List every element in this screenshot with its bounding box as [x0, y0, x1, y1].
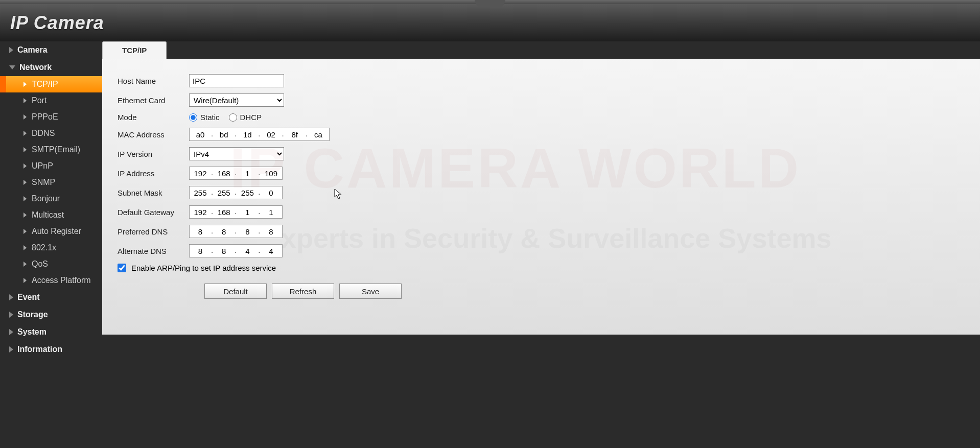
sidebar-item-label: Access Platform	[32, 276, 91, 285]
sidebar-item-tcp-ip[interactable]: TCP/IP	[0, 76, 102, 92]
sidebar-item-upnp[interactable]: UPnP	[0, 158, 102, 174]
sidebar-group-label: Storage	[17, 310, 48, 319]
pdns-octet-2[interactable]	[237, 226, 258, 237]
sidebar-item-label: SMTP(Email)	[32, 145, 80, 154]
sidebar-item-label: TCP/IP	[32, 80, 58, 89]
sidebar-item-port[interactable]: Port	[0, 92, 102, 109]
mac-octet-4[interactable]	[284, 129, 306, 140]
sidebar-item-pppoe[interactable]: PPPoE	[0, 109, 102, 125]
adns-octet-3[interactable]	[261, 245, 282, 256]
label-host-name: Host Name	[118, 77, 189, 85]
chevron-right-icon	[24, 262, 27, 267]
gw-octet-1[interactable]	[213, 206, 235, 218]
arp-ping-checkbox[interactable]	[118, 264, 126, 272]
app-header: IP Camera	[0, 4, 980, 41]
radio-dhcp-input[interactable]	[229, 113, 237, 122]
adns-octet-1[interactable]	[213, 245, 235, 256]
pdns-octet-1[interactable]	[213, 226, 235, 237]
adns-octet-2[interactable]	[237, 245, 258, 256]
sidebar-item-label: QoS	[32, 260, 48, 269]
sidebar-item-ddns[interactable]: DDNS	[0, 125, 102, 142]
mask-octet-0[interactable]	[190, 187, 211, 198]
sidebar-group-system[interactable]: System	[0, 323, 102, 341]
chevron-right-icon	[24, 196, 27, 201]
settings-panel: IP CAMERA WORLD xperts in Security & Sur…	[102, 59, 980, 335]
mac-address-field: .....	[189, 128, 330, 141]
pdns-octet-0[interactable]	[190, 226, 211, 237]
chevron-right-icon	[24, 98, 27, 103]
ethernet-card-select[interactable]: Wire(Default)	[189, 93, 284, 107]
host-name-input[interactable]	[189, 74, 284, 87]
mac-octet-0[interactable]	[190, 129, 211, 140]
sidebar-item-smtp-email-[interactable]: SMTP(Email)	[0, 142, 102, 158]
triangle-right-icon	[9, 346, 13, 352]
chevron-right-icon	[24, 114, 27, 120]
triangle-right-icon	[9, 294, 13, 300]
pdns-octet-3[interactable]	[261, 226, 282, 237]
sidebar-item-access-platform[interactable]: Access Platform	[0, 272, 102, 289]
sidebar-group-information[interactable]: Information	[0, 341, 102, 358]
refresh-button[interactable]: Refresh	[272, 284, 334, 299]
ip-octet-0[interactable]	[190, 168, 211, 179]
sidebar-group-event[interactable]: Event	[0, 289, 102, 306]
triangle-right-icon	[9, 329, 13, 335]
ip-octet-1[interactable]	[213, 168, 235, 179]
sidebar-item-qos[interactable]: QoS	[0, 256, 102, 272]
preferred-dns-field: ...	[189, 225, 283, 238]
sidebar-group-storage[interactable]: Storage	[0, 306, 102, 323]
mac-octet-2[interactable]	[237, 129, 258, 140]
sidebar-item-label: Multicast	[32, 210, 64, 220]
ip-version-select[interactable]: IPv4	[189, 147, 284, 160]
mask-octet-3[interactable]	[261, 187, 282, 198]
subnet-mask-field: ...	[189, 186, 283, 199]
sidebar-item-multicast[interactable]: Multicast	[0, 207, 102, 223]
top-grab-tab	[475, 0, 505, 7]
chevron-right-icon	[24, 245, 27, 250]
gw-octet-3[interactable]	[261, 206, 282, 218]
mode-dhcp-radio[interactable]: DHCP	[229, 113, 262, 122]
sidebar-item-auto-register[interactable]: Auto Register	[0, 223, 102, 240]
mac-octet-3[interactable]	[261, 129, 282, 140]
sidebar: CameraNetworkTCP/IPPortPPPoEDDNSSMTP(Ema…	[0, 41, 102, 358]
gateway-field: ...	[189, 205, 283, 219]
sidebar-item-label: SNMP	[32, 178, 55, 187]
chevron-right-icon	[24, 147, 27, 152]
label-pref-dns: Preferred DNS	[118, 227, 189, 236]
chevron-right-icon	[24, 278, 27, 283]
sidebar-item-snmp[interactable]: SNMP	[0, 174, 102, 191]
gw-octet-2[interactable]	[237, 206, 258, 218]
sidebar-group-camera[interactable]: Camera	[0, 41, 102, 59]
mask-octet-2[interactable]	[237, 187, 258, 198]
sidebar-group-network[interactable]: Network	[0, 59, 102, 76]
label-mode: Mode	[118, 113, 189, 122]
triangle-right-icon	[9, 312, 13, 318]
label-subnet-mask: Subnet Mask	[118, 188, 189, 197]
alternate-dns-field: ...	[189, 244, 283, 257]
tab-tcpip[interactable]: TCP/IP	[102, 41, 167, 59]
adns-octet-0[interactable]	[190, 245, 211, 256]
chevron-right-icon	[24, 163, 27, 169]
sidebar-group-label: Information	[17, 345, 62, 354]
sidebar-item-802-1x[interactable]: 802.1x	[0, 240, 102, 256]
sidebar-item-label: 802.1x	[32, 243, 56, 252]
sidebar-item-label: DDNS	[32, 129, 55, 138]
mac-octet-1[interactable]	[213, 129, 235, 140]
default-button[interactable]: Default	[204, 284, 267, 299]
mode-static-radio[interactable]: Static	[189, 113, 220, 122]
triangle-right-icon	[9, 47, 13, 53]
gw-octet-0[interactable]	[190, 206, 211, 218]
mac-octet-5[interactable]	[308, 129, 329, 140]
label-ethernet-card: Ethernet Card	[118, 96, 189, 105]
ip-octet-2[interactable]	[237, 168, 258, 179]
mask-octet-1[interactable]	[213, 187, 235, 198]
sidebar-item-bonjour[interactable]: Bonjour	[0, 191, 102, 207]
chevron-right-icon	[24, 229, 27, 234]
ip-octet-3[interactable]	[261, 168, 282, 179]
ip-address-field: ...	[189, 167, 283, 180]
triangle-down-icon	[9, 65, 15, 69]
radio-static-input[interactable]	[189, 113, 197, 122]
sidebar-item-label: UPnP	[32, 161, 53, 171]
save-button[interactable]: Save	[339, 284, 402, 299]
label-alt-dns: Alternate DNS	[118, 247, 189, 255]
chevron-right-icon	[24, 180, 27, 185]
